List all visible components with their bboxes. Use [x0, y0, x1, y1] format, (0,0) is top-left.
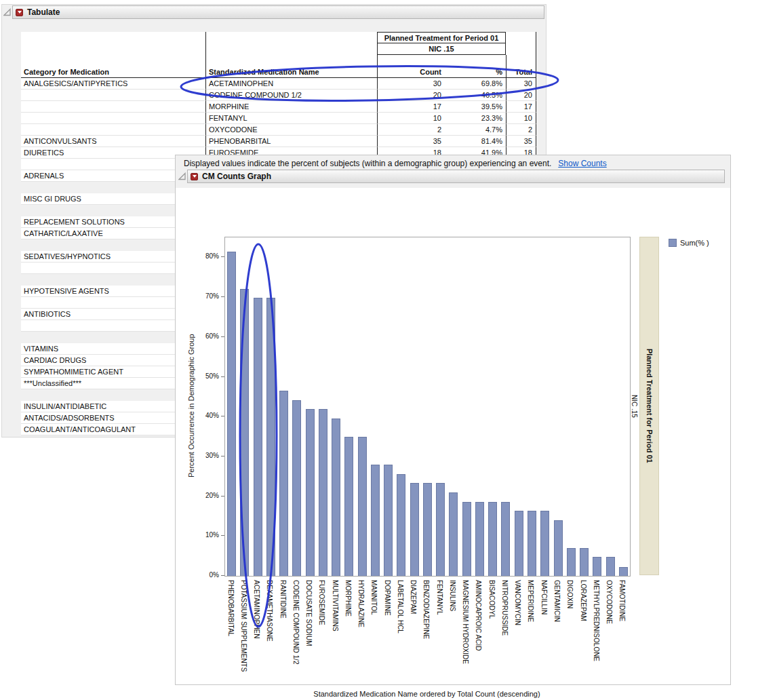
y-tick-mark [221, 535, 224, 536]
triangle-down-icon [193, 175, 197, 178]
y-tick-mark [221, 496, 224, 497]
table-cell[interactable]: 17 [377, 101, 445, 113]
y-tick-label: 30% [189, 451, 219, 461]
legend-label: Sum(% ) [680, 239, 709, 247]
table-row[interactable]: FENTANYL1023.3%10 [21, 113, 536, 124]
graph-panel-top: Displayed values indicate the percent of… [176, 155, 730, 188]
bar[interactable] [371, 465, 380, 576]
bar[interactable] [384, 465, 393, 576]
table-cell[interactable]: 2 [377, 124, 445, 136]
bar[interactable] [423, 483, 432, 576]
x-tick-label: FAMOTIDINE [618, 580, 626, 621]
table-cell[interactable]: 2 [506, 124, 536, 136]
table-cell[interactable]: 39.5% [445, 101, 506, 113]
bar[interactable] [580, 548, 589, 576]
table-cell[interactable]: FENTANYL [205, 113, 377, 124]
table-cell[interactable]: 23.3% [445, 113, 506, 124]
y-tick-label: 70% [189, 292, 219, 301]
bar[interactable] [528, 511, 536, 576]
table-cell[interactable]: 35 [506, 136, 536, 147]
table-row[interactable]: ANALGESICS/ANTIPYRETICSACETAMINOPHEN3069… [21, 78, 536, 90]
bar[interactable] [358, 437, 367, 576]
table-cell[interactable]: OXYCODONE [205, 124, 377, 136]
bar[interactable] [449, 492, 458, 576]
x-tick-label: METHYLPREDNISOLONE [593, 580, 600, 661]
table-cell[interactable]: ANTICONVULSANTS [21, 136, 205, 147]
table-cell[interactable]: 30 [506, 78, 536, 90]
table-cell[interactable] [21, 90, 205, 101]
disclosure-icon[interactable] [16, 9, 23, 16]
bar[interactable] [501, 502, 510, 576]
table-row[interactable]: OXYCODONE24.7%2 [21, 124, 536, 136]
bar[interactable] [227, 252, 236, 576]
bar[interactable] [266, 298, 275, 576]
table-cell[interactable]: MORPHINE [205, 101, 377, 113]
bar[interactable] [319, 409, 327, 576]
bar[interactable] [292, 400, 301, 577]
bar[interactable] [397, 474, 405, 576]
y-axis-title: Percent Occurrence in Demographic Group [185, 237, 197, 575]
bar[interactable] [619, 567, 628, 577]
table-cell[interactable]: 17 [506, 101, 536, 113]
x-tick-label: BISACODYL [488, 580, 496, 619]
bar[interactable] [554, 520, 563, 576]
table-cell[interactable] [21, 124, 205, 136]
x-tick-label: MORPHINE [344, 580, 352, 617]
disclosure-icon[interactable] [191, 173, 198, 180]
bar[interactable] [462, 502, 471, 576]
table-cell[interactable]: CODEINE COMPOUND 1/2 [205, 90, 377, 101]
col-header-percent: % [445, 66, 506, 78]
bar[interactable] [593, 557, 601, 576]
bar[interactable] [488, 502, 497, 576]
x-tick-label: ACETAMINOPHEN [253, 580, 260, 639]
bar[interactable] [306, 409, 315, 576]
table-row[interactable]: ANTICONVULSANTSPHENOBARBITAL3581.4%35 [21, 136, 536, 147]
table-row[interactable]: CODEINE COMPOUND 1/22046.5%20 [21, 90, 536, 101]
table-cell[interactable]: 10 [506, 113, 536, 124]
table-cell[interactable]: 35 [377, 136, 445, 147]
x-tick-label: FUROSEMIDE [318, 580, 325, 625]
bar[interactable] [475, 502, 484, 576]
table-cell[interactable]: ANALGESICS/ANTIPYRETICS [21, 78, 205, 90]
y-tick-label: 50% [189, 372, 219, 381]
y-tick-mark [221, 456, 224, 456]
bar[interactable] [567, 548, 576, 576]
bar[interactable] [410, 483, 419, 576]
table-cell[interactable]: 4.7% [445, 124, 506, 136]
x-tick-label: DIAZEPAM [410, 580, 417, 614]
tabulate-outline-header[interactable]: Tabulate [12, 5, 544, 19]
table-cell[interactable]: 20 [506, 90, 536, 101]
table-column-header-row: Category for Medication Standardized Med… [21, 66, 536, 78]
table-cell[interactable]: 69.8% [445, 78, 506, 90]
bar[interactable] [240, 289, 249, 576]
tabulate-data-rows: ANALGESICS/ANTIPYRETICSACETAMINOPHEN3069… [21, 78, 536, 159]
outline-collapse-icon[interactable] [3, 8, 11, 16]
table-cell[interactable]: 46.5% [445, 90, 506, 101]
plot-area [224, 237, 631, 577]
x-tick-label: MANNITOL [370, 580, 378, 615]
bar[interactable] [332, 419, 340, 576]
show-counts-link[interactable]: Show Counts [558, 159, 606, 168]
table-cell[interactable]: 10 [377, 113, 445, 124]
bar[interactable] [254, 298, 262, 576]
table-group-header-row: Planned Treatment for Period 01 [21, 32, 536, 43]
graph-outline-header[interactable]: CM Counts Graph [187, 170, 725, 183]
table-cell[interactable] [21, 113, 205, 124]
y-tick-label: 40% [189, 411, 219, 421]
bar[interactable] [540, 511, 549, 576]
table-cell[interactable]: PHENOBARBITAL [205, 136, 377, 147]
table-cell[interactable] [21, 101, 205, 113]
bar[interactable] [344, 437, 353, 576]
table-cell[interactable]: 81.4% [445, 136, 506, 147]
table-row[interactable]: MORPHINE1739.5%17 [21, 101, 536, 113]
bar[interactable] [515, 511, 523, 576]
table-cell[interactable]: ACETAMINOPHEN [205, 78, 377, 90]
bar[interactable] [606, 557, 615, 576]
x-tick-label: POTASSIUM SUPPLEMENTS [240, 580, 247, 672]
table-cell[interactable]: 30 [377, 78, 445, 90]
table-cell[interactable]: 20 [377, 90, 445, 101]
bar[interactable] [279, 391, 288, 576]
bar[interactable] [436, 483, 445, 576]
outline-collapse-icon[interactable] [178, 172, 186, 180]
y-tick-label: 60% [189, 332, 219, 341]
